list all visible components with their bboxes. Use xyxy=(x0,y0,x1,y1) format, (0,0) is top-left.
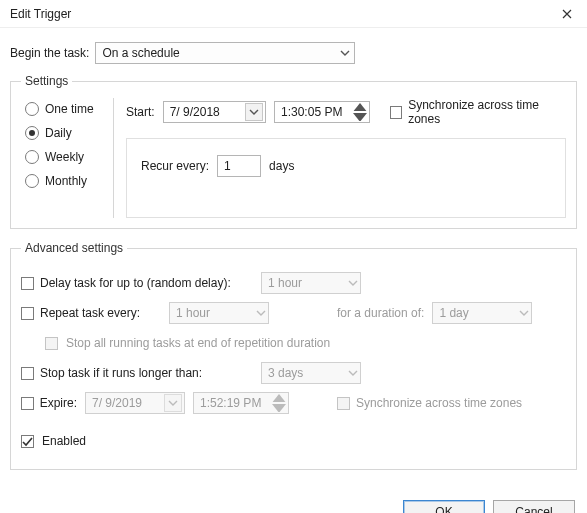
chevron-down-icon xyxy=(340,48,350,58)
radio-icon xyxy=(25,126,39,140)
recurrence-box: Recur every: 1 days xyxy=(126,138,566,218)
begin-task-value: On a schedule xyxy=(102,46,179,60)
radio-weekly[interactable]: Weekly xyxy=(25,150,113,164)
advanced-legend: Advanced settings xyxy=(21,241,127,255)
chevron-up-icon xyxy=(353,103,367,112)
cancel-label: Cancel xyxy=(515,505,552,513)
start-date-value: 7/ 9/2018 xyxy=(170,105,220,119)
expire-sync-checkbox xyxy=(337,397,350,410)
settings-group: Settings One time Daily Weekly xyxy=(10,74,577,229)
expire-date-value: 7/ 9/2019 xyxy=(92,396,142,410)
date-picker-button[interactable] xyxy=(245,103,263,121)
begin-task-label: Begin the task: xyxy=(10,46,89,60)
repeat-task-label: Repeat task every: xyxy=(40,306,140,320)
stop-if-value: 3 days xyxy=(268,366,303,380)
chevron-down-icon xyxy=(519,308,529,318)
expire-sync-label: Synchronize across time zones xyxy=(356,396,522,410)
expire-time-value: 1:52:19 PM xyxy=(200,396,261,410)
radio-one-time[interactable]: One time xyxy=(25,102,113,116)
close-button[interactable] xyxy=(547,0,587,28)
advanced-settings-group: Advanced settings Delay task for up to (… xyxy=(10,241,577,470)
sync-timezones-label: Synchronize across time zones xyxy=(408,98,566,126)
recur-label: Recur every: xyxy=(141,159,209,173)
delay-task-combo[interactable]: 1 hour xyxy=(261,272,361,294)
date-picker-button[interactable] xyxy=(164,394,182,412)
stop-if-longer-label: Stop task if it runs longer than: xyxy=(40,366,202,380)
window-title: Edit Trigger xyxy=(10,7,547,21)
calendar-chevron-icon xyxy=(249,107,259,117)
radio-label: One time xyxy=(45,102,94,116)
enabled-label: Enabled xyxy=(42,434,86,448)
expire-date-input[interactable]: 7/ 9/2019 xyxy=(85,392,185,414)
settings-legend: Settings xyxy=(21,74,72,88)
radio-label: Weekly xyxy=(45,150,84,164)
delay-task-value: 1 hour xyxy=(268,276,302,290)
radio-monthly[interactable]: Monthly xyxy=(25,174,113,188)
divider xyxy=(113,98,114,218)
calendar-chevron-icon xyxy=(168,398,178,408)
close-icon xyxy=(562,9,572,19)
radio-icon xyxy=(25,174,39,188)
radio-daily[interactable]: Daily xyxy=(25,126,113,140)
repeat-task-combo[interactable]: 1 hour xyxy=(169,302,269,324)
radio-icon xyxy=(25,102,39,116)
ok-button[interactable]: OK xyxy=(403,500,485,513)
chevron-down-icon xyxy=(353,113,367,122)
duration-combo[interactable]: 1 day xyxy=(432,302,532,324)
begin-task-select[interactable]: On a schedule xyxy=(95,42,355,64)
radio-label: Monthly xyxy=(45,174,87,188)
recur-value: 1 xyxy=(224,159,231,173)
radio-icon xyxy=(25,150,39,164)
time-spinner[interactable] xyxy=(272,393,286,413)
start-time-value: 1:30:05 PM xyxy=(281,105,342,119)
enabled-checkbox[interactable] xyxy=(21,435,34,448)
recur-every-input[interactable]: 1 xyxy=(217,155,261,177)
ok-label: OK xyxy=(435,505,452,513)
delay-task-checkbox[interactable] xyxy=(21,277,34,290)
radio-label: Daily xyxy=(45,126,72,140)
expire-time-input[interactable]: 1:52:19 PM xyxy=(193,392,289,414)
chevron-down-icon xyxy=(256,308,266,318)
duration-label: for a duration of: xyxy=(337,306,424,320)
start-time-input[interactable]: 1:30:05 PM xyxy=(274,101,370,123)
stop-running-checkbox xyxy=(45,337,58,350)
recur-unit: days xyxy=(269,159,294,173)
duration-value: 1 day xyxy=(439,306,468,320)
chevron-down-icon xyxy=(348,368,358,378)
schedule-radio-group: One time Daily Weekly Monthly xyxy=(21,98,113,218)
sync-timezones-checkbox[interactable] xyxy=(390,106,402,119)
delay-task-label: Delay task for up to (random delay): xyxy=(40,276,231,290)
start-date-input[interactable]: 7/ 9/2018 xyxy=(163,101,266,123)
stop-if-longer-checkbox[interactable] xyxy=(21,367,34,380)
cancel-button[interactable]: Cancel xyxy=(493,500,575,513)
expire-label: Expire: xyxy=(40,396,77,410)
repeat-task-checkbox[interactable] xyxy=(21,307,34,320)
expire-checkbox[interactable] xyxy=(21,397,34,410)
time-spinner[interactable] xyxy=(353,102,367,122)
stop-if-combo[interactable]: 3 days xyxy=(261,362,361,384)
repeat-task-value: 1 hour xyxy=(176,306,210,320)
chevron-down-icon xyxy=(348,278,358,288)
chevron-up-icon xyxy=(272,394,286,403)
start-label: Start: xyxy=(126,105,155,119)
chevron-down-icon xyxy=(272,404,286,413)
stop-running-label: Stop all running tasks at end of repetit… xyxy=(66,336,330,350)
